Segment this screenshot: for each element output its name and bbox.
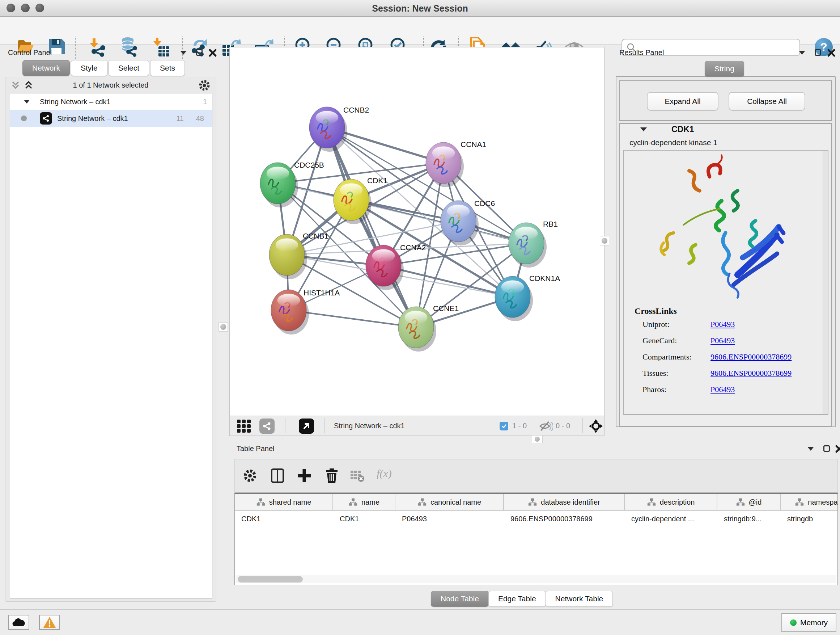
- network-node-CDK1[interactable]: [333, 179, 371, 224]
- crosslink-link[interactable]: P06493: [711, 336, 735, 345]
- table-cell[interactable]: stringdb: [781, 511, 838, 527]
- network-tree: String Network – cdk1 1 String Network –…: [10, 93, 212, 599]
- tab-select[interactable]: Select: [109, 60, 149, 76]
- column-header-name[interactable]: name: [333, 494, 395, 510]
- table-settings-gear-button[interactable]: [240, 466, 260, 486]
- scrollbar-thumb[interactable]: [238, 576, 303, 583]
- table-panel-title: Table Panel: [237, 445, 275, 453]
- float-panel-icon[interactable]: [823, 445, 830, 452]
- tab-network-table[interactable]: Network Table: [546, 591, 613, 607]
- column-type-icon: [528, 498, 537, 507]
- table-row[interactable]: CDK1CDK1P064939606.ENSP00000378699cyclin…: [235, 511, 837, 527]
- network-node-CCNE1[interactable]: [398, 307, 436, 352]
- collection-label: String Network – cdk1: [40, 98, 111, 106]
- network-node-CCNA2[interactable]: [366, 245, 404, 290]
- network-node-RB1[interactable]: [508, 223, 546, 268]
- table-cell[interactable]: CDK1: [333, 511, 395, 527]
- birds-eye-grid-icon[interactable]: [236, 419, 252, 433]
- memory-button[interactable]: Memory: [782, 613, 836, 632]
- delete-table-button[interactable]: [347, 466, 367, 486]
- float-panel-icon[interactable]: [815, 49, 821, 56]
- close-panel-icon[interactable]: [208, 49, 217, 57]
- column-type-icon: [795, 498, 804, 507]
- float-panel-icon[interactable]: [196, 49, 202, 56]
- hidden-eye-slash-icon[interactable]: [539, 421, 553, 431]
- open-in-window-icon[interactable]: [299, 418, 314, 434]
- crosslink-row: Tissues:9606.ENSP00000378699: [624, 365, 819, 381]
- close-panel-icon[interactable]: [827, 49, 836, 57]
- network-options-gear-icon[interactable]: [198, 79, 211, 92]
- panel-menu-icon[interactable]: [180, 51, 187, 55]
- table-cell[interactable]: cyclin-dependent ...: [625, 511, 717, 527]
- network-node-label-CCNB1: CCNB1: [303, 232, 328, 240]
- expand-all-button[interactable]: Expand All: [647, 92, 718, 111]
- crosslink-link[interactable]: 9606.ENSP00000378699: [711, 369, 791, 378]
- results-scrollbar[interactable]: [823, 150, 828, 414]
- tab-node-table[interactable]: Node Table: [431, 591, 489, 607]
- network-node-CDC25B[interactable]: [260, 163, 298, 207]
- tab-edge-table[interactable]: Edge Table: [488, 591, 546, 607]
- network-row[interactable]: String Network – cdk1 11 48: [10, 110, 212, 127]
- crosslink-link[interactable]: 9606.ENSP00000378699: [711, 352, 791, 362]
- panel-menu-icon[interactable]: [807, 447, 814, 451]
- network-node-label-CCNA2: CCNA2: [400, 243, 426, 252]
- table-cell[interactable]: CDK1: [235, 511, 333, 527]
- right-splitter-handle[interactable]: [600, 236, 609, 245]
- network-canvas[interactable]: CCNB2CCNA1CDC25BCDK1CDC6RB1CCNB1CCNA2CDK…: [230, 48, 604, 416]
- table-horizontal-scrollbar[interactable]: [235, 575, 836, 583]
- network-node-CCNA1[interactable]: [426, 142, 464, 187]
- crosslink-link[interactable]: P06493: [711, 385, 735, 394]
- columns-icon: [270, 468, 286, 484]
- pan-crosshair-icon[interactable]: [589, 419, 603, 433]
- function-builder-button[interactable]: f(x): [377, 467, 392, 480]
- column-header-database-identifier[interactable]: database identifier: [504, 494, 625, 510]
- column-header-shared-name[interactable]: shared name: [235, 494, 333, 510]
- column-type-icon: [736, 498, 745, 507]
- network-node-label-CDC6: CDC6: [474, 199, 495, 207]
- column-header-namespace[interactable]: namespace: [781, 494, 838, 510]
- left-splitter-handle[interactable]: [218, 322, 228, 332]
- network-node-CDC6[interactable]: [441, 201, 478, 245]
- column-header-description[interactable]: description: [625, 494, 717, 510]
- collection-expand-icon[interactable]: [24, 100, 30, 103]
- close-panel-icon[interactable]: [835, 445, 840, 453]
- table-cell[interactable]: 9606.ENSP00000378699: [504, 511, 625, 527]
- cloud-status-button[interactable]: [8, 615, 29, 630]
- column-type-icon: [256, 498, 265, 507]
- panel-menu-icon[interactable]: [799, 51, 805, 55]
- network-node-CCNB2[interactable]: [309, 107, 347, 152]
- network-node-label-RB1: RB1: [543, 220, 558, 228]
- network-node-label-CCNB2: CCNB2: [343, 106, 369, 114]
- tab-string[interactable]: String: [705, 61, 744, 77]
- delete-columns-button[interactable]: [322, 466, 342, 486]
- crosslink-label: Tissues:: [643, 369, 668, 378]
- tab-sets[interactable]: Sets: [150, 60, 185, 76]
- memory-label: Memory: [800, 618, 828, 627]
- cloud-icon: [11, 617, 26, 628]
- crosslink-link[interactable]: P06493: [711, 320, 735, 329]
- collapse-all-button[interactable]: Collapse All: [729, 92, 805, 111]
- network-node-CDKN1A[interactable]: [495, 276, 533, 321]
- create-column-button[interactable]: [294, 466, 314, 486]
- network-type-badge-icon[interactable]: [259, 418, 275, 434]
- table-cell[interactable]: P06493: [395, 511, 504, 527]
- entry-collapse-icon[interactable]: [640, 127, 647, 131]
- tab-style[interactable]: Style: [71, 60, 107, 76]
- warnings-button[interactable]: [39, 615, 60, 630]
- table-cell[interactable]: stringdb:9...: [717, 511, 781, 527]
- gear-icon: [242, 468, 258, 484]
- column-header-canonical-name[interactable]: canonical name: [395, 494, 504, 510]
- main-toolbar: ?: [0, 17, 840, 45]
- selected-checkbox-icon[interactable]: [500, 422, 508, 431]
- crosslink-row: Uniprot:P06493: [624, 316, 819, 333]
- entry-description: cyclin-dependent kinase 1: [630, 138, 717, 147]
- tab-network[interactable]: Network: [22, 60, 70, 76]
- crosslink-row: Compartments:9606.ENSP00000378699: [624, 348, 819, 365]
- column-header--id[interactable]: @id: [717, 494, 781, 510]
- show-columns-button[interactable]: [267, 466, 287, 486]
- memory-status-dot-icon: [790, 619, 797, 626]
- string-node-entry: CDK1 cyclin-dependent kinase 1: [619, 123, 832, 426]
- network-collection-row[interactable]: String Network – cdk1 1: [10, 93, 212, 110]
- crosslink-label: Compartments:: [643, 352, 692, 362]
- network-edge-CCNB2-CCNE1[interactable]: [327, 127, 416, 327]
